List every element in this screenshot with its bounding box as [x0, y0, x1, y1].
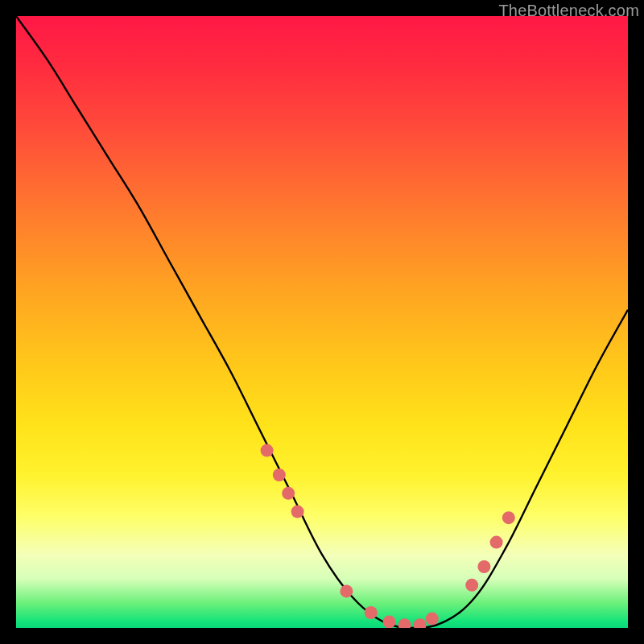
highlight-dot [465, 579, 478, 592]
highlight-dot [291, 506, 304, 518]
highlight-dot [365, 606, 378, 619]
highlight-dot [398, 618, 411, 628]
highlight-dot [340, 584, 353, 597]
highlight-dots-group [261, 444, 515, 628]
highlight-dot [414, 618, 427, 628]
bottleneck-curve [16, 16, 628, 628]
curve-layer [16, 16, 628, 628]
watermark-text: TheBottleneck.com [498, 2, 639, 20]
highlight-dot [383, 615, 396, 628]
highlight-dot [273, 469, 286, 481]
highlight-dot [426, 613, 439, 625]
highlight-dot [477, 560, 490, 573]
highlight-dot [490, 536, 503, 549]
highlight-dot [502, 511, 515, 524]
chart-stage: TheBottleneck.com [0, 0, 644, 644]
highlight-dot [282, 487, 295, 500]
highlight-dot [261, 444, 274, 457]
